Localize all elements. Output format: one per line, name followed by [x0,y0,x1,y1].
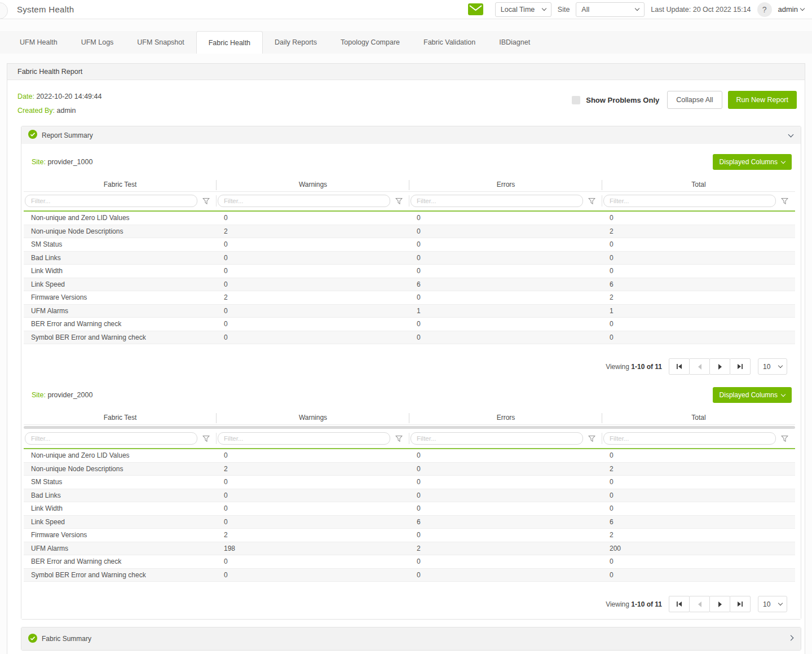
table-row[interactable]: Link Width000 [24,265,795,278]
filter-input-total[interactable] [603,432,776,445]
displayed-columns-button[interactable]: Displayed Columns [713,154,792,170]
table-row[interactable]: UFM Alarms1982200 [24,542,795,556]
help-button[interactable]: ? [757,2,772,17]
fabric-test-cell: Non-unique Node Descriptions [24,227,217,235]
column-header-warnings[interactable]: Warnings [217,414,409,422]
filter-funnel-icon[interactable] [588,197,595,205]
tab-ufm-logs[interactable]: UFM Logs [69,31,126,54]
column-header-warnings[interactable]: Warnings [217,181,409,188]
table-row[interactable]: Non-unique Node Descriptions202 [24,225,795,239]
collapse-all-button[interactable]: Collapse All [667,91,722,109]
site-section-provider-2000: Site: provider_2000 Displayed Columns Fa… [24,381,795,619]
fabric-test-cell: Link Width [24,504,217,512]
report-summary-header[interactable]: Report Summary [21,126,801,144]
column-header-errors[interactable]: Errors [409,414,602,422]
table-row[interactable]: Link Speed066 [24,516,795,529]
date-value: 2022-10-20 14:49:44 [36,93,102,100]
site-select[interactable]: All [576,2,645,17]
value-cell: 2 [217,531,409,539]
filter-input-fabric-test[interactable] [25,432,197,445]
tab-topology-compare[interactable]: Topology Compare [329,31,412,54]
table-row[interactable]: SM Status000 [24,476,795,489]
site-label: Site: [32,391,46,399]
page-title: System Health [17,5,74,14]
column-header-total[interactable]: Total [602,181,795,188]
filter-input-warnings[interactable] [218,432,390,445]
table-row[interactable]: BER Error and Warning check000 [24,318,795,331]
table-row[interactable]: Firmware Versions202 [24,291,795,305]
value-cell: 0 [409,254,602,262]
tab-ufm-snapshot[interactable]: UFM Snapshot [125,31,196,54]
table-row[interactable]: Link Width000 [24,502,795,516]
value-cell: 0 [409,333,602,341]
table-row[interactable]: Link Speed066 [24,278,795,292]
value-cell: 0 [217,518,409,526]
viewing-text: Viewing 1-10 of 11 [606,363,662,371]
run-new-report-button[interactable]: Run New Report [728,91,797,109]
value-cell: 0 [409,451,602,459]
tab-fabric-validation[interactable]: Fabric Validation [412,31,487,54]
table-row[interactable]: Non-unique and Zero LID Values000 [24,449,795,463]
filter-funnel-icon[interactable] [781,435,788,442]
filter-input-errors[interactable] [411,432,583,445]
table-row[interactable]: UFM Alarms011 [24,305,795,318]
table-row[interactable]: Bad Links000 [24,489,795,503]
column-header-errors[interactable]: Errors [409,181,602,188]
filter-input-warnings[interactable] [218,195,390,207]
fabric-summary-header[interactable]: Fabric Summary [21,627,801,650]
tab-fabric-health[interactable]: Fabric Health [196,31,263,54]
filter-funnel-icon[interactable] [395,435,403,442]
value-cell: 0 [217,214,409,222]
next-page-button[interactable] [709,596,730,612]
show-problems-checkbox[interactable] [572,96,580,104]
last-page-button[interactable] [730,596,751,612]
tab-daily-reports[interactable]: Daily Reports [263,31,329,54]
value-cell: 2 [602,531,795,539]
filter-funnel-icon[interactable] [781,197,788,205]
sidebar-toggle[interactable] [0,2,8,19]
table-row[interactable]: Symbol BER Error and Warning check000 [24,331,795,345]
mail-icon[interactable] [468,3,483,15]
first-page-button[interactable] [669,596,690,612]
time-zone-value: Local Time [501,6,535,14]
value-cell: 0 [602,214,795,222]
displayed-columns-button[interactable]: Displayed Columns [713,387,792,403]
filter-funnel-icon[interactable] [202,197,210,205]
table-row[interactable]: SM Status000 [24,238,795,252]
horizontal-scrollbar[interactable] [24,426,795,429]
table-row[interactable]: Bad Links000 [24,252,795,265]
tab-ibdiagnet[interactable]: IBDiagnet [487,31,542,54]
tab-ufm-health[interactable]: UFM Health [8,31,69,54]
topbar: System Health Local Time Site All Last U… [0,0,812,19]
filter-input-total[interactable] [603,195,776,207]
value-cell: 0 [602,267,795,275]
filter-funnel-icon[interactable] [588,435,595,442]
previous-page-button[interactable] [689,358,710,375]
value-cell: 0 [409,240,602,248]
last-page-button[interactable] [730,358,751,375]
table-row[interactable]: Firmware Versions202 [24,529,795,542]
chevron-down-icon [788,131,794,137]
column-header-total[interactable]: Total [602,414,795,422]
site-select-label: Site [558,6,570,14]
time-zone-select[interactable]: Local Time [495,2,551,17]
column-header-fabric-test[interactable]: Fabric Test [24,181,217,188]
table-row[interactable]: BER Error and Warning check000 [24,555,795,569]
table-row[interactable]: Non-unique and Zero LID Values000 [24,212,795,225]
first-page-button[interactable] [669,358,690,375]
filter-funnel-icon[interactable] [395,197,403,205]
table-row[interactable]: Non-unique Node Descriptions202 [24,463,795,476]
page-size-select[interactable]: 10 [758,596,787,612]
filter-input-errors[interactable] [411,195,583,207]
user-menu[interactable]: admin [778,5,804,14]
value-cell: 1 [602,307,795,315]
table-row[interactable]: Symbol BER Error and Warning check000 [24,569,795,582]
next-page-button[interactable] [709,358,730,375]
previous-page-button[interactable] [689,596,710,612]
filter-input-fabric-test[interactable] [25,195,197,207]
filter-funnel-icon[interactable] [202,435,210,442]
chevron-down-icon [635,6,639,11]
column-header-fabric-test[interactable]: Fabric Test [24,414,217,422]
page-size-select[interactable]: 10 [758,358,787,375]
fabric-test-cell: Firmware Versions [24,531,217,539]
